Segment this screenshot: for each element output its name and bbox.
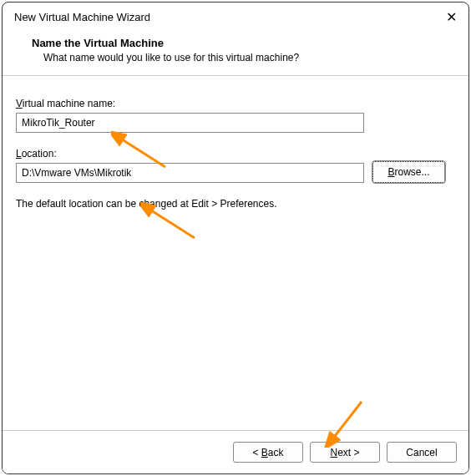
vm-name-input[interactable] — [16, 113, 364, 133]
vm-name-row: Virtual machine name: — [16, 98, 455, 133]
browse-button[interactable]: Browse... — [372, 161, 445, 183]
footer: < Back Next > Cancel — [3, 430, 468, 473]
back-button[interactable]: < Back — [233, 442, 303, 463]
page-subtext: What name would you like to use for this… — [32, 49, 450, 63]
titlebar: New Virtual Machine Wizard ✕ — [3, 3, 468, 32]
window-title: New Virtual Machine Wizard — [14, 11, 150, 23]
location-input[interactable] — [16, 163, 364, 183]
location-row: Location: Browse... — [16, 148, 455, 183]
cancel-button[interactable]: Cancel — [387, 442, 457, 463]
vm-name-label: Virtual machine name: — [16, 98, 455, 109]
page-heading: Name the Virtual Machine — [32, 37, 450, 49]
close-icon[interactable]: ✕ — [446, 9, 457, 25]
content-area: Virtual machine name: Location: Browse..… — [3, 76, 468, 218]
wizard-header: Name the Virtual Machine What name would… — [3, 32, 468, 76]
wizard-dialog: New Virtual Machine Wizard ✕ Name the Vi… — [2, 2, 469, 474]
location-hint: The default location can be changed at E… — [16, 198, 455, 210]
location-label: Location: — [16, 148, 455, 160]
next-button[interactable]: Next > — [310, 442, 380, 463]
